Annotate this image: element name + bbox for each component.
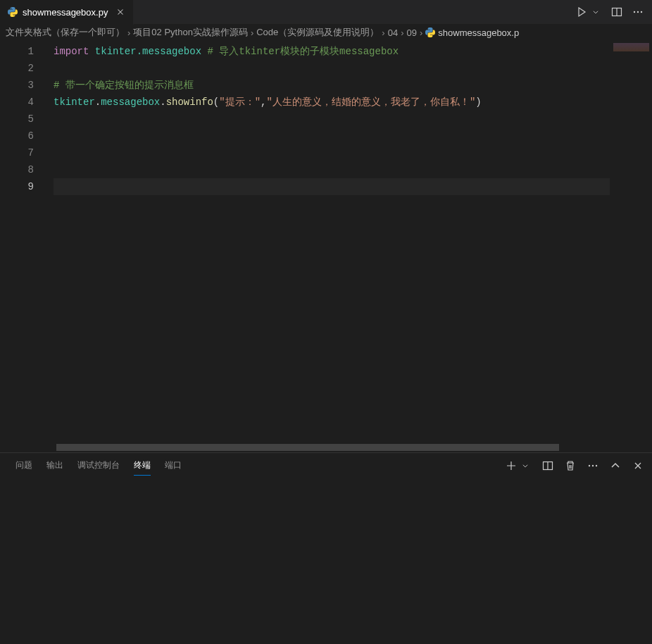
tab-filename: showmessagebox.py (23, 7, 108, 18)
svg-point-3 (637, 11, 639, 13)
code-line[interactable] (54, 178, 610, 195)
breadcrumb-segment[interactable]: 04 (388, 27, 398, 38)
panel-tab-output[interactable]: 输出 (39, 453, 70, 478)
python-file-icon (7, 6, 18, 18)
chevron-right-icon: › (382, 27, 384, 38)
more-icon[interactable] (632, 6, 644, 18)
svg-point-9 (596, 464, 597, 466)
panel-tab-problems[interactable]: 问题 (8, 453, 39, 478)
breadcrumb-segment[interactable]: Code（实例源码及使用说明） (256, 26, 379, 39)
breadcrumb-segment[interactable]: 文件夹格式（保存一个即可） (6, 26, 125, 39)
split-editor-icon[interactable] (611, 6, 622, 18)
svg-point-7 (589, 464, 590, 466)
panel-actions (506, 460, 644, 471)
code-line[interactable] (54, 144, 610, 161)
line-number: 5 (0, 111, 34, 128)
line-number: 1 (0, 43, 34, 60)
bottom-panel: 问题输出调试控制台终端端口 (0, 452, 652, 644)
editor-tab[interactable]: showmessagebox.py (0, 0, 134, 25)
close-icon[interactable] (115, 6, 126, 18)
terminal-body[interactable] (0, 478, 652, 644)
line-number: 3 (0, 77, 34, 94)
chevron-down-icon[interactable] (520, 460, 531, 471)
panel-tab-terminal[interactable]: 终端 (127, 453, 158, 478)
chevron-right-icon: › (251, 27, 253, 38)
line-number: 2 (0, 60, 34, 77)
breadcrumb-segment[interactable]: 09 (406, 27, 416, 38)
code-line[interactable] (54, 60, 610, 77)
svg-point-8 (592, 464, 594, 466)
scrollbar-thumb[interactable] (56, 444, 559, 451)
python-file-icon (425, 27, 435, 37)
line-number: 9 (0, 178, 34, 195)
code-line[interactable] (54, 128, 610, 144)
breadcrumb-segment[interactable]: 项目02 Python实战操作源码 (133, 26, 248, 39)
run-icon[interactable] (576, 6, 587, 18)
code-line[interactable]: import tkinter.messagebox # 导入tkinter模块的… (54, 43, 610, 60)
chevron-right-icon: › (420, 27, 422, 38)
close-icon[interactable] (632, 460, 644, 471)
editor-area: 123456789 import tkinter.messagebox # 导入… (0, 40, 652, 452)
line-number: 4 (0, 94, 34, 111)
code-line[interactable]: tkinter.messagebox.showinfo("提示：","人生的意义… (54, 94, 610, 111)
plus-icon[interactable] (506, 460, 517, 471)
tab-bar: showmessagebox.py (0, 0, 652, 25)
minimap-overview (613, 43, 649, 51)
chevron-right-icon: › (401, 27, 403, 38)
more-icon[interactable] (587, 460, 598, 471)
breadcrumb-file[interactable]: showmessagebox.p (425, 27, 519, 38)
trash-icon[interactable] (565, 460, 576, 471)
code-line[interactable]: # 带一个确定按钮的提示消息框 (54, 77, 610, 94)
panel-tab-bar: 问题输出调试控制台终端端口 (0, 453, 652, 478)
breadcrumb[interactable]: 文件夹格式（保存一个即可） › 项目02 Python实战操作源码 › Code… (0, 25, 652, 40)
split-panel-icon[interactable] (542, 460, 553, 471)
chevron-down-icon[interactable] (590, 6, 601, 18)
code-line[interactable] (54, 161, 610, 178)
chevron-right-icon: › (127, 27, 130, 38)
breadcrumb-filename: showmessagebox.p (438, 27, 519, 38)
minimap[interactable] (610, 40, 652, 452)
line-number: 7 (0, 144, 34, 161)
line-number-gutter: 123456789 (0, 40, 48, 452)
line-number: 6 (0, 128, 34, 144)
chevron-up-icon[interactable] (610, 460, 621, 471)
tab-actions (576, 6, 652, 18)
panel-tab-debug-console[interactable]: 调试控制台 (70, 453, 127, 478)
code-line[interactable] (54, 111, 610, 128)
horizontal-scrollbar[interactable] (56, 442, 603, 452)
panel-tab-ports[interactable]: 端口 (158, 453, 189, 478)
svg-point-2 (634, 11, 635, 13)
code-editor[interactable]: import tkinter.messagebox # 导入tkinter模块的… (48, 40, 610, 452)
svg-point-4 (641, 11, 642, 13)
line-number: 8 (0, 161, 34, 178)
